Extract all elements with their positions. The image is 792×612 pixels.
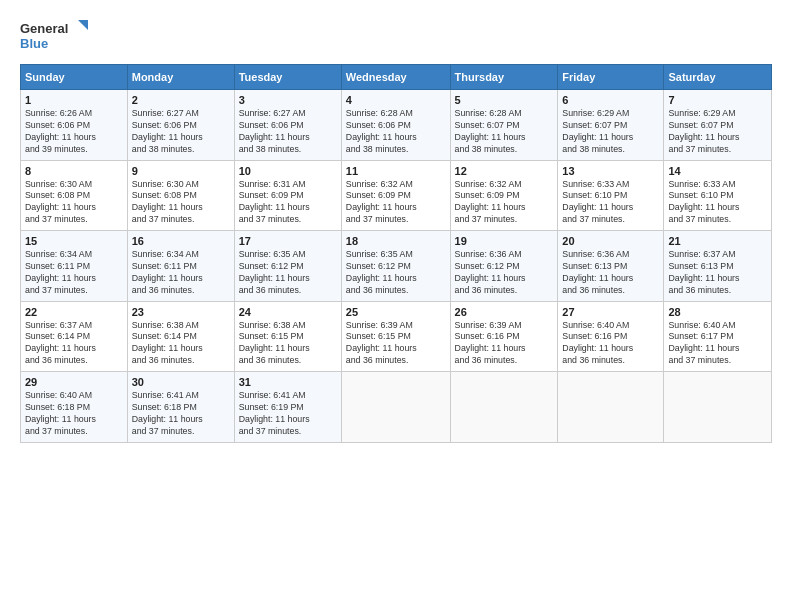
day-number: 14	[668, 165, 767, 177]
day-info: Sunrise: 6:30 AM Sunset: 6:08 PM Dayligh…	[132, 179, 230, 227]
calendar-table: SundayMondayTuesdayWednesdayThursdayFrid…	[20, 64, 772, 443]
day-info: Sunrise: 6:36 AM Sunset: 6:13 PM Dayligh…	[562, 249, 659, 297]
calendar-cell: 27Sunrise: 6:40 AM Sunset: 6:16 PM Dayli…	[558, 301, 664, 372]
day-number: 24	[239, 306, 337, 318]
day-info: Sunrise: 6:33 AM Sunset: 6:10 PM Dayligh…	[668, 179, 767, 227]
calendar-cell: 5Sunrise: 6:28 AM Sunset: 6:07 PM Daylig…	[450, 90, 558, 161]
day-number: 21	[668, 235, 767, 247]
calendar-header-friday: Friday	[558, 65, 664, 90]
day-number: 3	[239, 94, 337, 106]
calendar-cell: 8Sunrise: 6:30 AM Sunset: 6:08 PM Daylig…	[21, 160, 128, 231]
day-info: Sunrise: 6:41 AM Sunset: 6:18 PM Dayligh…	[132, 390, 230, 438]
calendar-cell: 15Sunrise: 6:34 AM Sunset: 6:11 PM Dayli…	[21, 231, 128, 302]
calendar-cell: 2Sunrise: 6:27 AM Sunset: 6:06 PM Daylig…	[127, 90, 234, 161]
calendar-week-5: 29Sunrise: 6:40 AM Sunset: 6:18 PM Dayli…	[21, 372, 772, 443]
calendar-cell: 13Sunrise: 6:33 AM Sunset: 6:10 PM Dayli…	[558, 160, 664, 231]
calendar-cell: 20Sunrise: 6:36 AM Sunset: 6:13 PM Dayli…	[558, 231, 664, 302]
calendar-cell	[558, 372, 664, 443]
day-number: 28	[668, 306, 767, 318]
day-info: Sunrise: 6:39 AM Sunset: 6:16 PM Dayligh…	[455, 320, 554, 368]
calendar-header-tuesday: Tuesday	[234, 65, 341, 90]
calendar-cell: 28Sunrise: 6:40 AM Sunset: 6:17 PM Dayli…	[664, 301, 772, 372]
day-info: Sunrise: 6:28 AM Sunset: 6:06 PM Dayligh…	[346, 108, 446, 156]
day-number: 29	[25, 376, 123, 388]
day-number: 9	[132, 165, 230, 177]
svg-text:General: General	[20, 21, 68, 36]
day-info: Sunrise: 6:37 AM Sunset: 6:14 PM Dayligh…	[25, 320, 123, 368]
day-number: 5	[455, 94, 554, 106]
calendar-cell: 3Sunrise: 6:27 AM Sunset: 6:06 PM Daylig…	[234, 90, 341, 161]
day-number: 18	[346, 235, 446, 247]
calendar-cell: 23Sunrise: 6:38 AM Sunset: 6:14 PM Dayli…	[127, 301, 234, 372]
day-number: 8	[25, 165, 123, 177]
day-number: 1	[25, 94, 123, 106]
calendar-cell: 9Sunrise: 6:30 AM Sunset: 6:08 PM Daylig…	[127, 160, 234, 231]
day-number: 15	[25, 235, 123, 247]
day-info: Sunrise: 6:32 AM Sunset: 6:09 PM Dayligh…	[346, 179, 446, 227]
day-info: Sunrise: 6:41 AM Sunset: 6:19 PM Dayligh…	[239, 390, 337, 438]
calendar-cell	[664, 372, 772, 443]
calendar-week-1: 1Sunrise: 6:26 AM Sunset: 6:06 PM Daylig…	[21, 90, 772, 161]
calendar-cell: 11Sunrise: 6:32 AM Sunset: 6:09 PM Dayli…	[341, 160, 450, 231]
calendar-header-monday: Monday	[127, 65, 234, 90]
calendar-cell: 25Sunrise: 6:39 AM Sunset: 6:15 PM Dayli…	[341, 301, 450, 372]
calendar-cell: 30Sunrise: 6:41 AM Sunset: 6:18 PM Dayli…	[127, 372, 234, 443]
day-info: Sunrise: 6:34 AM Sunset: 6:11 PM Dayligh…	[132, 249, 230, 297]
day-number: 25	[346, 306, 446, 318]
page-header: General Blue	[20, 18, 772, 54]
calendar-cell: 24Sunrise: 6:38 AM Sunset: 6:15 PM Dayli…	[234, 301, 341, 372]
calendar-cell: 21Sunrise: 6:37 AM Sunset: 6:13 PM Dayli…	[664, 231, 772, 302]
day-info: Sunrise: 6:40 AM Sunset: 6:16 PM Dayligh…	[562, 320, 659, 368]
day-number: 23	[132, 306, 230, 318]
day-info: Sunrise: 6:40 AM Sunset: 6:18 PM Dayligh…	[25, 390, 123, 438]
day-number: 17	[239, 235, 337, 247]
calendar-cell: 6Sunrise: 6:29 AM Sunset: 6:07 PM Daylig…	[558, 90, 664, 161]
day-number: 2	[132, 94, 230, 106]
day-info: Sunrise: 6:29 AM Sunset: 6:07 PM Dayligh…	[668, 108, 767, 156]
day-info: Sunrise: 6:27 AM Sunset: 6:06 PM Dayligh…	[132, 108, 230, 156]
calendar-header-row: SundayMondayTuesdayWednesdayThursdayFrid…	[21, 65, 772, 90]
day-info: Sunrise: 6:31 AM Sunset: 6:09 PM Dayligh…	[239, 179, 337, 227]
svg-text:Blue: Blue	[20, 36, 48, 51]
calendar-cell: 16Sunrise: 6:34 AM Sunset: 6:11 PM Dayli…	[127, 231, 234, 302]
day-number: 4	[346, 94, 446, 106]
day-number: 10	[239, 165, 337, 177]
day-number: 30	[132, 376, 230, 388]
day-info: Sunrise: 6:28 AM Sunset: 6:07 PM Dayligh…	[455, 108, 554, 156]
calendar-cell: 14Sunrise: 6:33 AM Sunset: 6:10 PM Dayli…	[664, 160, 772, 231]
calendar-week-4: 22Sunrise: 6:37 AM Sunset: 6:14 PM Dayli…	[21, 301, 772, 372]
day-number: 22	[25, 306, 123, 318]
day-info: Sunrise: 6:38 AM Sunset: 6:14 PM Dayligh…	[132, 320, 230, 368]
day-info: Sunrise: 6:29 AM Sunset: 6:07 PM Dayligh…	[562, 108, 659, 156]
day-number: 13	[562, 165, 659, 177]
day-number: 6	[562, 94, 659, 106]
day-info: Sunrise: 6:35 AM Sunset: 6:12 PM Dayligh…	[239, 249, 337, 297]
calendar-header-sunday: Sunday	[21, 65, 128, 90]
day-info: Sunrise: 6:33 AM Sunset: 6:10 PM Dayligh…	[562, 179, 659, 227]
calendar-cell: 12Sunrise: 6:32 AM Sunset: 6:09 PM Dayli…	[450, 160, 558, 231]
calendar-cell: 18Sunrise: 6:35 AM Sunset: 6:12 PM Dayli…	[341, 231, 450, 302]
day-number: 11	[346, 165, 446, 177]
day-info: Sunrise: 6:37 AM Sunset: 6:13 PM Dayligh…	[668, 249, 767, 297]
day-info: Sunrise: 6:38 AM Sunset: 6:15 PM Dayligh…	[239, 320, 337, 368]
day-info: Sunrise: 6:30 AM Sunset: 6:08 PM Dayligh…	[25, 179, 123, 227]
calendar-cell: 26Sunrise: 6:39 AM Sunset: 6:16 PM Dayli…	[450, 301, 558, 372]
logo: General Blue	[20, 18, 90, 54]
calendar-week-2: 8Sunrise: 6:30 AM Sunset: 6:08 PM Daylig…	[21, 160, 772, 231]
day-number: 27	[562, 306, 659, 318]
calendar-week-3: 15Sunrise: 6:34 AM Sunset: 6:11 PM Dayli…	[21, 231, 772, 302]
calendar-header-thursday: Thursday	[450, 65, 558, 90]
day-number: 12	[455, 165, 554, 177]
calendar-cell: 1Sunrise: 6:26 AM Sunset: 6:06 PM Daylig…	[21, 90, 128, 161]
day-info: Sunrise: 6:26 AM Sunset: 6:06 PM Dayligh…	[25, 108, 123, 156]
day-number: 31	[239, 376, 337, 388]
day-number: 26	[455, 306, 554, 318]
calendar-cell: 19Sunrise: 6:36 AM Sunset: 6:12 PM Dayli…	[450, 231, 558, 302]
day-info: Sunrise: 6:36 AM Sunset: 6:12 PM Dayligh…	[455, 249, 554, 297]
calendar-cell: 22Sunrise: 6:37 AM Sunset: 6:14 PM Dayli…	[21, 301, 128, 372]
calendar-cell: 17Sunrise: 6:35 AM Sunset: 6:12 PM Dayli…	[234, 231, 341, 302]
calendar-header-saturday: Saturday	[664, 65, 772, 90]
calendar-cell: 29Sunrise: 6:40 AM Sunset: 6:18 PM Dayli…	[21, 372, 128, 443]
logo-svg: General Blue	[20, 18, 90, 54]
day-info: Sunrise: 6:35 AM Sunset: 6:12 PM Dayligh…	[346, 249, 446, 297]
